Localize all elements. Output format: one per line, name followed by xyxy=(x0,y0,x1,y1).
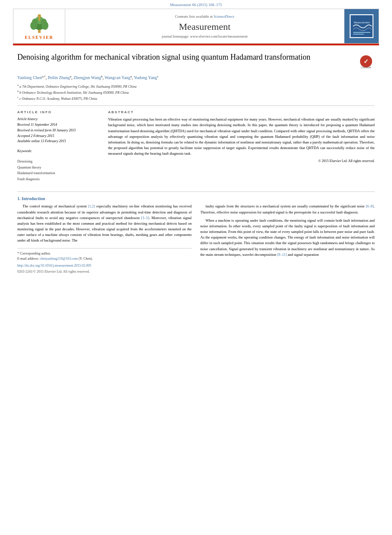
svg-rect-11 xyxy=(353,32,370,33)
journal-icon-area: Measurement xyxy=(344,9,379,43)
abstract-text: Vibration signal processing has been an … xyxy=(108,117,375,164)
journal-url: journal homepage: www.elsevier.com/locat… xyxy=(162,34,248,38)
divider-2 xyxy=(17,191,375,192)
issn-line: 0263-2241/© 2015 Elsevier Ltd. All right… xyxy=(17,269,192,274)
divider-1 xyxy=(17,105,375,106)
received-date: Received 11 September 2014 xyxy=(17,122,99,128)
elsevier-logo: ELSEVIER xyxy=(24,13,54,40)
affiliation-c: c c Ordnance N.C.O. Academy, Wuhan 43007… xyxy=(17,96,375,102)
svg-text:CrossMark: CrossMark xyxy=(361,66,372,69)
copyright-notice: © 2015 Elsevier Ltd. All rights reserved… xyxy=(108,159,375,164)
ref-1-2[interactable]: [1,2] xyxy=(88,204,95,208)
journal-header: ELSEVIER Contents lists available at Sci… xyxy=(13,9,379,44)
elsevier-logo-area: ELSEVIER xyxy=(13,9,65,43)
main-content: Denoising algorithm for mechanical vibra… xyxy=(0,45,392,281)
citation-bar: Measurement 66 (2015) 168–175 xyxy=(0,0,392,9)
keyword-fault: Fault diagnosis xyxy=(17,176,99,182)
doi-line[interactable]: http://dx.doi.org/10.1016/j.measurement.… xyxy=(17,263,192,268)
measurement-svg-icon: Measurement xyxy=(351,16,373,37)
article-info-col: ARTICLE INFO Article history: Received 1… xyxy=(17,110,99,185)
ref-6-8[interactable]: [6–8] xyxy=(366,204,373,208)
measurement-cover-icon: Measurement xyxy=(350,14,373,38)
email-line: E-mail address: chenyanlong110@163.com (… xyxy=(17,256,192,261)
revised-date: Received in revised form 30 January 2015 xyxy=(17,128,99,134)
keywords-section: Keywords: Denoising Quantum theory Hadam… xyxy=(17,149,99,182)
svg-rect-12 xyxy=(353,34,364,35)
history-heading: Article history: xyxy=(17,117,99,122)
author-wangcan-yang[interactable]: Wangcan Yang xyxy=(105,75,131,80)
article-title: Denoising algorithm for mechanical vibra… xyxy=(17,52,349,62)
intro-text-left: The control strategy of mechanical syste… xyxy=(17,204,192,243)
svg-point-6 xyxy=(41,19,47,25)
elsevier-wordmark: ELSEVIER xyxy=(25,35,54,40)
keyword-hadamard: Hadamard transformation xyxy=(17,170,99,176)
science-direct-link[interactable]: ScienceDirect xyxy=(214,14,234,19)
author-yanlong-chen[interactable]: Yanlong Chen xyxy=(17,75,42,80)
keyword-quantum: Quantum theory xyxy=(17,165,99,171)
citation-text: Measurement 66 (2015) 168–175 xyxy=(170,3,222,7)
authors-line: Yanlong Chena,*, Peilin Zhanga, Zhengjun… xyxy=(17,75,375,80)
article-title-section: Denoising algorithm for mechanical vibra… xyxy=(17,52,375,70)
article-info-abstract: ARTICLE INFO Article history: Received 1… xyxy=(17,110,375,185)
abstract-heading: ABSTRACT xyxy=(108,110,375,114)
body-col-right: faulty signals from the structures in a … xyxy=(201,204,375,274)
svg-point-7 xyxy=(38,14,41,18)
abstract-col: ABSTRACT Vibration signal processing has… xyxy=(108,110,375,185)
article-history: Article history: Received 11 September 2… xyxy=(17,117,99,144)
affiliation-a: a a 7th Department, Ordnance Engineering… xyxy=(17,83,375,89)
svg-text:✓: ✓ xyxy=(363,58,369,65)
affiliations: a a 7th Department, Ordnance Engineering… xyxy=(17,83,375,101)
body-section: 1. Introduction The control strategy of … xyxy=(17,196,375,274)
email-link[interactable]: chenyanlong110@163.com xyxy=(40,257,78,261)
journal-info-center: Contents lists available at ScienceDirec… xyxy=(65,9,344,43)
article-info-heading: ARTICLE INFO xyxy=(17,110,99,114)
ref-9-11[interactable]: [9–11] xyxy=(277,252,287,257)
svg-rect-8 xyxy=(38,18,40,21)
author-yudong-yang[interactable]: Yudong Yang xyxy=(134,75,157,80)
body-col-left: The control strategy of mechanical syste… xyxy=(17,204,192,274)
gears-word: gears xyxy=(150,232,157,237)
corresponding-author-note: * Corresponding author. xyxy=(17,251,192,256)
footnote-area: * Corresponding author. E-mail address: … xyxy=(17,248,192,261)
intro-title: 1. Introduction xyxy=(17,196,375,201)
keywords-heading: Keywords: xyxy=(17,149,99,154)
crossmark-icon: ✓ CrossMark xyxy=(357,54,375,70)
intro-text-right: faulty signals from the structures in a … xyxy=(201,204,375,258)
page-wrapper: Measurement 66 (2015) 168–175 xyxy=(0,0,392,535)
crossmark-badge: ✓ CrossMark xyxy=(357,54,375,70)
content-available-line: Contents lists available at ScienceDirec… xyxy=(175,14,234,19)
journal-title: Measurement xyxy=(179,21,231,32)
accepted-date: Accepted 2 February 2015 xyxy=(17,134,99,139)
elsevier-tree-icon xyxy=(24,13,54,34)
ref-3-5[interactable]: [3–5] xyxy=(141,216,149,220)
svg-text:Measurement: Measurement xyxy=(354,21,370,24)
available-date: Available online 13 February 2015 xyxy=(17,139,99,144)
svg-point-5 xyxy=(32,19,38,25)
author-zhengjun-wang[interactable]: Zhengjun Wang xyxy=(73,75,101,80)
body-two-col: The control strategy of mechanical syste… xyxy=(17,204,375,274)
keyword-denoising: Denoising xyxy=(17,159,99,165)
author-peilin-zhang[interactable]: Peilin Zhang xyxy=(48,75,70,80)
affiliation-b: b b Ordnance Technology Research Institu… xyxy=(17,89,375,96)
